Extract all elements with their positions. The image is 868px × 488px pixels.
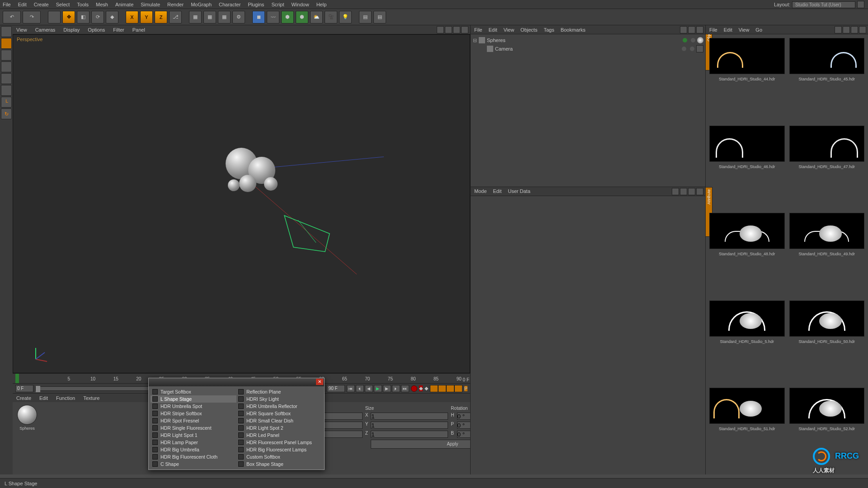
next-frame-button[interactable]: ▶ — [383, 385, 391, 392]
live-select-button[interactable] — [48, 11, 61, 23]
popup-item[interactable]: HDR Big Fluorescent Cloth — [151, 453, 236, 460]
popup-item[interactable]: C Shape — [151, 460, 236, 468]
camera-view-toggle[interactable] — [696, 45, 703, 52]
menu-file[interactable]: File — [3, 2, 11, 7]
view-menu-display[interactable]: Display — [63, 27, 80, 33]
obj-menu-objects[interactable]: Objects — [520, 27, 537, 33]
view-icon[interactable] — [696, 26, 703, 33]
cube-primitive-button[interactable]: ◼ — [252, 11, 265, 23]
browser-thumb[interactable]: Standard_HDRI_Studio_52.hdr — [789, 388, 865, 471]
browser-menu-go[interactable]: Go — [755, 27, 762, 33]
popup-item[interactable]: HDR Big Fluorescent Lamps — [236, 446, 322, 453]
record-button[interactable] — [411, 385, 417, 392]
autokey-button[interactable]: ◆ — [419, 385, 423, 391]
picture-viewer-button[interactable]: ▤ — [373, 11, 386, 23]
menu-create[interactable]: Create — [34, 2, 49, 7]
mat-menu-create[interactable]: Create — [16, 395, 31, 401]
project-settings-button[interactable]: P — [464, 386, 467, 391]
texture-mode-button[interactable] — [1, 50, 12, 61]
browser-thumb[interactable]: Standard_HDRI_Studio_50.hdr — [789, 300, 865, 384]
model-mode-button[interactable] — [1, 38, 12, 49]
rotate-tool-button[interactable]: ⟳ — [91, 11, 104, 23]
render-view-button[interactable]: ▦ — [189, 11, 202, 23]
coord-system-button[interactable]: ⎇ — [169, 11, 182, 23]
coord-size-x[interactable] — [371, 413, 448, 420]
popup-item[interactable]: HDR Stripe Softbox — [151, 410, 236, 417]
popup-item[interactable]: Custom Softbox — [236, 453, 322, 460]
make-editable-button[interactable] — [1, 26, 12, 37]
home-icon[interactable] — [835, 26, 842, 33]
material-manager[interactable]: Spheres Position Size Rotation X X H Y Y… — [13, 402, 470, 474]
popup-item[interactable]: HDR Light Spot 2 — [236, 424, 322, 432]
environment-button[interactable]: ⛅ — [310, 11, 323, 23]
popup-item[interactable]: L Shape Stage — [151, 395, 236, 403]
render-dot-icon[interactable] — [690, 47, 694, 51]
menu-character[interactable]: Character — [219, 2, 241, 7]
attr-menu-userdata[interactable]: User Data — [508, 188, 531, 194]
up-icon[interactable] — [843, 26, 850, 33]
filter-icon[interactable] — [688, 26, 695, 33]
render-dot-icon[interactable] — [691, 38, 695, 42]
prev-key-button[interactable]: ⏴ — [356, 385, 364, 392]
content-browser-button[interactable]: ▤ — [359, 11, 372, 23]
enable-axis-button[interactable]: ↻ — [1, 108, 12, 119]
play-button[interactable]: ▶ — [374, 385, 382, 392]
browser-thumb[interactable]: Standard_HDRI_Studio_48.hdr — [709, 213, 785, 296]
browser-thumb[interactable]: Standard_HDRI_Studio_45.hdr — [789, 38, 865, 121]
mat-menu-function[interactable]: Function — [56, 395, 75, 401]
popup-item[interactable]: HDR Single Fluorescent — [151, 424, 236, 432]
scale-tool-button[interactable]: ◧ — [77, 11, 90, 23]
goto-end-button[interactable]: ⏭ — [401, 385, 409, 392]
popup-item[interactable]: HDRI Sky Light — [236, 395, 322, 403]
view-menu-view[interactable]: View — [16, 27, 27, 33]
attr-menu-edit[interactable]: Edit — [493, 188, 502, 194]
mat-menu-texture[interactable]: Texture — [83, 395, 99, 401]
browser-thumb[interactable]: Standard_HDRI_Studio_47.hdr — [789, 126, 865, 209]
menu-window[interactable]: Window — [292, 2, 309, 7]
coord-size-z[interactable] — [371, 431, 448, 438]
menu-mesh[interactable]: Mesh — [96, 2, 108, 7]
browser-thumb[interactable]: Standard_HDRI_Studio_44.hdr — [709, 38, 785, 121]
browser-menu-view[interactable]: View — [739, 27, 750, 33]
nav-up-icon[interactable] — [680, 188, 687, 195]
popup-item[interactable]: Box Shape Stage — [236, 460, 322, 468]
menu-help[interactable]: Help — [316, 2, 327, 7]
obj-menu-tags[interactable]: Tags — [544, 27, 554, 33]
view-menu-cameras[interactable]: Cameras — [35, 27, 56, 33]
view-menu-options[interactable]: Options — [88, 27, 105, 33]
key-pos-toggle[interactable] — [430, 385, 438, 392]
axis-z-button[interactable]: Z — [155, 11, 167, 23]
camera-button[interactable]: 🎥 — [325, 11, 337, 23]
deformer-button[interactable]: ⬢ — [296, 11, 308, 23]
new-icon[interactable] — [696, 188, 703, 195]
refresh-icon[interactable] — [859, 26, 866, 33]
obj-menu-bookmarks[interactable]: Bookmarks — [561, 27, 585, 33]
popup-item[interactable]: HDR Umbrella Reflector — [236, 403, 322, 410]
render-region-button[interactable]: ▦ — [203, 11, 216, 23]
popup-item[interactable]: HDR Light Spot 1 — [151, 432, 236, 439]
obj-menu-view[interactable]: View — [504, 27, 514, 33]
render-pv-button[interactable]: ▦ — [218, 11, 231, 23]
obj-menu-file[interactable]: File — [474, 27, 482, 33]
point-mode-button[interactable] — [1, 73, 12, 84]
browser-thumb[interactable]: Standard_HDRI_Studio_49.hdr — [789, 213, 865, 296]
viewport-nav-icon[interactable] — [437, 26, 444, 33]
popup-item[interactable]: Target Softbox — [151, 388, 236, 395]
edge-mode-button[interactable] — [1, 85, 12, 96]
browser-thumb[interactable]: Standard_HDRI_Studio_5.hdr — [709, 300, 785, 384]
goto-start-button[interactable]: ⏮ — [347, 385, 355, 392]
material-swatch[interactable]: Spheres — [15, 405, 39, 472]
menu-select[interactable]: Select — [56, 2, 70, 7]
mat-menu-edit[interactable]: Edit — [39, 395, 48, 401]
tree-item-spheres[interactable]: ⊟ Spheres — [472, 36, 703, 44]
keyframe-sel-button[interactable]: ◆ — [425, 385, 428, 391]
popup-item[interactable]: Reflection Plane — [236, 388, 322, 395]
browser-thumb[interactable]: Standard_HDRI_Studio_46.hdr — [709, 126, 785, 209]
popup-item[interactable]: HDR Lamp Paper — [151, 439, 236, 446]
popup-item[interactable]: HDR Fluorescent Panel Lamps — [236, 439, 322, 446]
generator-button[interactable]: ⬢ — [281, 11, 294, 23]
view-menu-filter[interactable]: Filter — [113, 27, 124, 33]
prev-frame-button[interactable]: ◀ — [365, 385, 373, 392]
popup-item[interactable]: HDR Spot Fresnel — [151, 417, 236, 424]
attr-menu-mode[interactable]: Mode — [474, 188, 487, 194]
